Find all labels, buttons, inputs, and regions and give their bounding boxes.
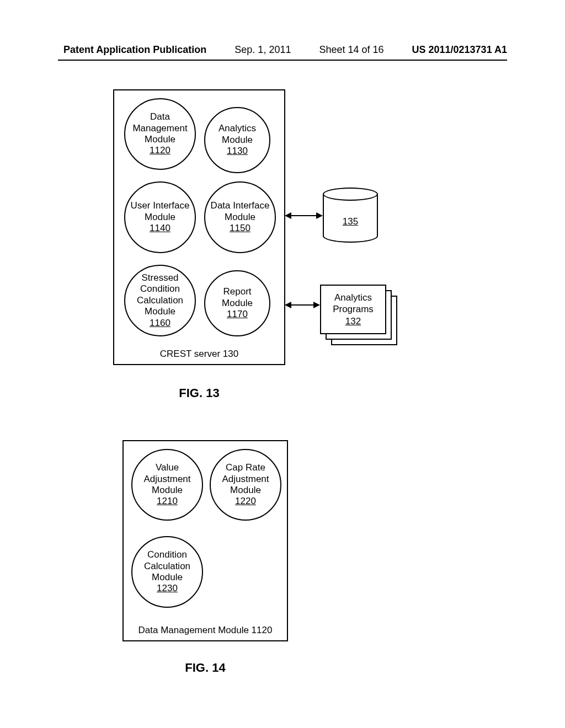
module-line: Value [156,462,179,473]
module-line: Module [222,298,253,309]
database-icon: 135 [323,194,378,244]
module-data-interface: Data Interface Module 1150 [204,181,276,253]
db-ref: 135 [323,216,378,227]
module-line: Module [225,212,255,223]
module-line: User Interface [131,200,190,211]
module-line: Stressed [141,272,178,283]
module-line: Module [152,485,183,496]
figure-13-caption: FIG. 13 [113,386,285,400]
module-value-adjustment: Value Adjustment Module 1210 [131,449,203,521]
header-rule [58,60,507,61]
programs-ref: 132 [345,315,361,327]
module-line: Adjustment [222,474,269,485]
module-condition-calc: Condition Calculation Module 1230 [131,536,203,608]
module-line: Condition [147,549,187,560]
module-ref: 1210 [157,496,178,507]
module-ref: 1120 [150,145,170,156]
module-ref: 1160 [150,318,170,329]
module-ref: 1220 [235,496,256,507]
module-line: Report [223,286,251,297]
module-line: Module [230,485,261,496]
module-line: Data [150,111,170,122]
programs-line: Analytics [334,292,372,303]
module-cap-rate-adjustment: Cap Rate Adjustment Module 1220 [210,449,281,521]
publication-date: Sep. 1, 2011 [234,44,291,56]
module-line: Module [145,134,175,145]
page-header: Patent Application Publication Sep. 1, 2… [0,44,565,56]
module-line: Data Interface [211,200,270,211]
arrow-server-db [286,215,322,216]
figure-14-caption: FIG. 14 [122,661,288,675]
program-card-front: Analytics Programs 132 [320,285,386,334]
module-ref: 1140 [150,223,170,234]
module-ref: 1230 [157,583,178,594]
module-line: Adjustment [143,474,190,485]
module-ref: 1150 [230,223,250,234]
module-ref: 1170 [227,309,248,320]
sheet-number: Sheet 14 of 16 [319,44,383,56]
publication-number: US 2011/0213731 A1 [412,44,507,56]
module-stressed-condition-calc: Stressed Condition Calculation Module 11… [124,265,196,336]
module-line: Calculation [137,295,183,306]
module-user-interface: User Interface Module 1140 [124,181,196,253]
module-line: Condition [140,283,180,295]
crest-server-box: Data Management Module 1120 Analytics Mo… [113,89,285,365]
module-ref: 1130 [227,146,248,157]
module-analytics: Analytics Module 1130 [204,107,270,173]
figure-13: Data Management Module 1120 Analytics Mo… [113,89,403,379]
db-top-ellipse [323,188,378,201]
module-line: Analytics [218,123,256,134]
module-line: Cap Rate [226,462,265,473]
arrow-server-programs [286,304,319,306]
module-line: Module [145,212,175,223]
publication-label: Patent Application Publication [63,44,206,56]
figure-14: Value Adjustment Module 1210 Cap Rate Ad… [122,440,288,655]
module-report: Report Module 1170 [204,270,270,336]
data-management-label: Data Management Module 1120 [124,625,287,636]
module-line: Management [132,123,187,134]
server-label: CREST server 130 [114,349,284,360]
module-data-management: Data Management Module 1120 [124,98,196,170]
module-line: Module [152,572,183,583]
analytics-programs-stack: Analytics Programs 132 [320,285,397,345]
programs-line: Programs [333,303,374,315]
module-line: Module [145,306,175,317]
module-line: Module [222,135,253,146]
module-line: Calculation [144,561,190,572]
data-management-module-box: Value Adjustment Module 1210 Cap Rate Ad… [122,440,288,641]
